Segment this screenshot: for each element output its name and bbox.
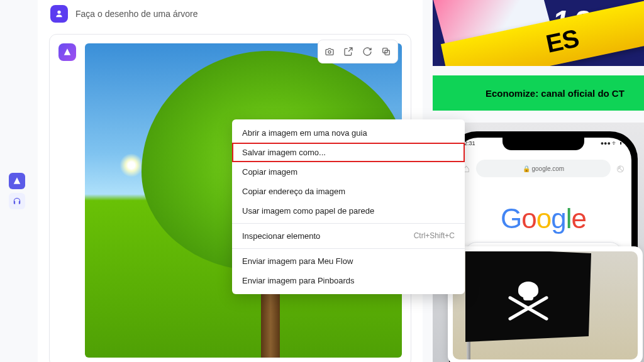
open-external-icon[interactable] <box>340 43 357 60</box>
context-menu-item[interactable]: Abrir a imagem em uma nova guia <box>232 123 465 143</box>
context-menu-item[interactable]: Copiar endereço da imagem <box>232 182 465 201</box>
menu-item-shortcut: Ctrl+Shift+C <box>414 231 455 241</box>
menu-item-label: Copiar imagem <box>242 167 297 177</box>
promo-card-pirate[interactable] <box>448 246 643 362</box>
context-menu-item[interactable]: Salvar imagem como... <box>232 143 465 162</box>
camera-icon[interactable] <box>321 43 338 60</box>
sidebar-headphones-icon[interactable] <box>9 193 25 209</box>
promo-banner-1[interactable]: 1.311,83 ES <box>433 0 644 66</box>
prompt-row: Faça o desenho de uma árvore <box>38 0 423 30</box>
pirate-flag-graphic <box>465 251 591 342</box>
menu-item-label: Usar imagem como papel de parede <box>242 206 374 216</box>
user-avatar-icon <box>50 5 68 23</box>
context-menu-item[interactable]: Usar imagem como papel de parede <box>232 201 465 221</box>
refresh-icon[interactable] <box>358 43 376 60</box>
context-menu-item[interactable]: Inspecionar elementoCtrl+Shift+C <box>232 226 465 246</box>
svg-point-0 <box>328 51 331 53</box>
prompt-text: Faça o desenho de uma árvore <box>75 9 198 19</box>
menu-divider <box>232 223 465 224</box>
image-toolbar <box>318 40 398 63</box>
browser-profile-icon: ⎋ <box>617 162 624 175</box>
phone-time: 2:31 <box>464 140 475 146</box>
context-menu-item[interactable]: Enviar imagem para Pinboards <box>232 271 465 290</box>
context-menu-item[interactable]: Copiar imagem <box>232 162 465 182</box>
menu-item-label: Abrir a imagem em uma nova guia <box>242 128 367 138</box>
context-menu: Abrir a imagem em uma nova guiaSalvar im… <box>232 119 465 294</box>
sun-graphic <box>119 153 143 177</box>
menu-item-label: Enviar imagem para Pinboards <box>242 276 354 285</box>
google-logo: Google <box>501 203 586 234</box>
menu-item-label: Enviar imagem para Meu Flow <box>242 256 353 266</box>
browser-url: 🔒 google.com <box>476 160 611 177</box>
menu-item-label: Inspecionar elemento <box>242 231 320 241</box>
copy-icon[interactable] <box>377 43 395 60</box>
context-menu-item[interactable]: Enviar imagem para Meu Flow <box>232 251 465 271</box>
menu-divider <box>232 248 465 249</box>
promo-banner-economize[interactable]: Economize: canal oficial do CT <box>433 75 644 111</box>
menu-item-label: Copiar endereço da imagem <box>242 187 345 196</box>
phone-status-icons: ●●● ᯤ ▮ <box>601 140 623 146</box>
menu-item-label: Salvar imagem como... <box>242 148 326 157</box>
sidebar-app-icon[interactable] <box>9 173 25 189</box>
ai-avatar-icon <box>58 43 76 61</box>
